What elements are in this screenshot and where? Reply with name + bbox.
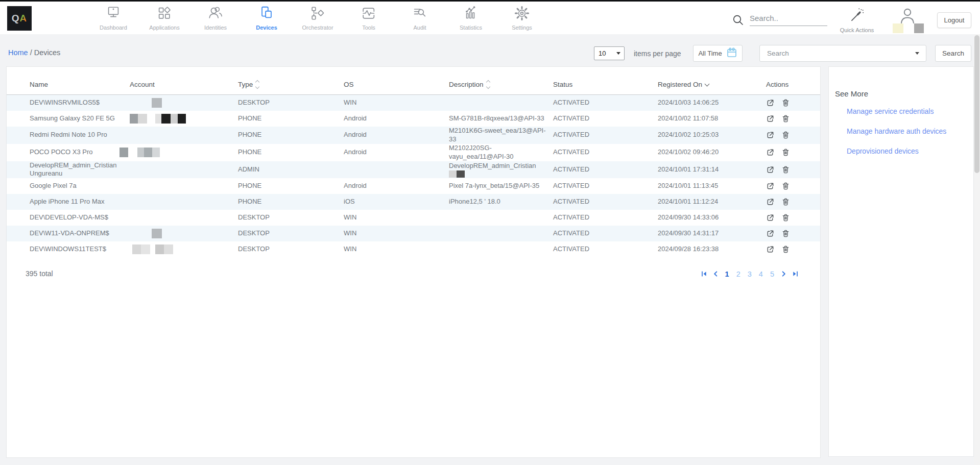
nav-item-settings[interactable]: Settings xyxy=(496,5,547,31)
delete-device-button[interactable] xyxy=(781,198,790,206)
see-more-link-manage-hardware-auth-devices[interactable]: Manage hardware auth devices xyxy=(847,127,973,135)
search-button[interactable]: Search xyxy=(935,45,971,62)
open-device-button[interactable] xyxy=(766,213,775,222)
nav-item-statistics[interactable]: Statistics xyxy=(445,5,496,31)
actions-cell xyxy=(766,165,820,174)
column-header-label: Description xyxy=(449,81,484,88)
nav-item-identities[interactable]: Identities xyxy=(190,5,241,31)
redacted-block xyxy=(164,244,173,254)
table-row[interactable]: Redmi Redmi Note 10 ProPHONEAndroidM2101… xyxy=(7,127,820,144)
delete-device-button[interactable] xyxy=(781,165,790,174)
open-device-button[interactable] xyxy=(766,182,775,190)
first-page-button[interactable] xyxy=(701,271,707,278)
device-name-cell: POCO POCO X3 Pro xyxy=(30,148,130,157)
time-filter-button[interactable]: All Time xyxy=(693,45,743,62)
open-device-button[interactable] xyxy=(766,245,775,254)
table-row[interactable]: DEV\WINSRVMILOS5$DESKTOPWINACTIVATED2024… xyxy=(7,95,820,111)
description-cell: M2101K6G-sweet_eea/13@API-33 xyxy=(449,127,553,144)
status-cell: ACTIVATED xyxy=(553,148,658,157)
os-cell: Android xyxy=(344,114,449,123)
delete-device-button[interactable] xyxy=(781,131,790,139)
redacted-block xyxy=(457,170,465,178)
scrollbar-thumb[interactable] xyxy=(974,35,979,173)
actions-cell xyxy=(766,182,820,190)
registered-on-cell: 2024/10/02 10:25:03 xyxy=(658,131,766,139)
table-row[interactable]: DEV\DEVELOP-VDA-MS$DESKTOPWINACTIVATED20… xyxy=(7,210,820,226)
filter-search-dropdown[interactable]: Search xyxy=(759,45,926,62)
registered-on-cell: 2024/10/01 11:12:24 xyxy=(658,198,766,206)
nav-item-dashboard[interactable]: Dashboard xyxy=(88,5,139,31)
redacted-username-block xyxy=(893,23,903,33)
nav-item-label: Applications xyxy=(149,25,179,31)
app-logo[interactable]: QA xyxy=(7,6,32,31)
table-row[interactable]: Samsung Galaxy S20 FE 5GPHONEAndroidSM-G… xyxy=(7,111,820,127)
table-row[interactable]: POCO POCO X3 ProPHONEAndroidM2102J20SG-v… xyxy=(7,144,820,161)
delete-device-button[interactable] xyxy=(781,229,790,238)
table-row[interactable]: Apple iPhone 11 Pro MaxPHONEiOSiPhone12,… xyxy=(7,194,820,210)
os-cell: Android xyxy=(344,148,449,157)
registered-on-cell: 2024/10/02 11:07:58 xyxy=(658,114,766,123)
open-device-button[interactable] xyxy=(766,114,775,123)
delete-device-button[interactable] xyxy=(781,213,790,222)
column-header-type[interactable]: Type xyxy=(238,81,344,94)
nav-item-tools[interactable]: Tools xyxy=(343,5,394,31)
redacted-block xyxy=(449,170,457,178)
quick-actions-button[interactable]: Quick Actions xyxy=(838,6,876,33)
actions-cell xyxy=(766,245,820,254)
open-device-button[interactable] xyxy=(766,99,775,107)
delete-device-button[interactable] xyxy=(781,114,790,123)
table-row[interactable]: DevelopREM_admin_Cristian UngureanuADMIN… xyxy=(7,161,820,179)
logout-button[interactable]: Logout xyxy=(937,12,971,28)
open-device-button[interactable] xyxy=(766,229,775,238)
see-more-link-manage-service-credentials[interactable]: Manage service credentials xyxy=(847,107,973,115)
page-number-5[interactable]: 5 xyxy=(769,270,775,278)
prev-page-button[interactable] xyxy=(712,271,719,278)
column-header-label: Status xyxy=(553,81,572,88)
open-device-button[interactable] xyxy=(766,131,775,139)
redacted-block xyxy=(161,114,171,124)
delete-device-button[interactable] xyxy=(781,245,790,254)
column-header-description[interactable]: Description xyxy=(449,81,553,94)
next-page-button[interactable] xyxy=(780,271,787,278)
column-header-label: Registered On xyxy=(658,81,702,88)
delete-device-button[interactable] xyxy=(781,99,790,107)
status-cell: ACTIVATED xyxy=(553,165,658,174)
open-device-button[interactable] xyxy=(766,148,775,157)
global-search-input[interactable] xyxy=(750,13,827,26)
identities-icon xyxy=(207,5,224,23)
page-number-3[interactable]: 3 xyxy=(747,270,753,278)
breadcrumb-home-link[interactable]: Home xyxy=(8,48,28,57)
devices-table-panel: NameAccountTypeOSDescriptionStatusRegist… xyxy=(6,66,821,458)
page-number-4[interactable]: 4 xyxy=(758,270,764,278)
registered-on-cell: 2024/09/30 14:33:06 xyxy=(658,213,766,222)
table-row[interactable]: Google Pixel 7aPHONEAndroidPixel 7a-lynx… xyxy=(7,178,820,194)
os-cell: Android xyxy=(344,182,449,190)
nav-item-orchestrator[interactable]: Orchestrator xyxy=(292,5,343,31)
see-more-link-deprovisioned-devices[interactable]: Deprovisioned devices xyxy=(847,147,973,155)
nav-item-audit[interactable]: Audit xyxy=(394,5,445,31)
page-number-2[interactable]: 2 xyxy=(735,270,742,278)
open-device-button[interactable] xyxy=(766,165,775,174)
page-number-1[interactable]: 1 xyxy=(724,270,730,278)
redacted-block xyxy=(132,244,141,254)
open-device-button[interactable] xyxy=(766,198,775,206)
registered-on-cell: 2024/10/03 14:06:25 xyxy=(658,99,766,107)
nav-item-devices[interactable]: Devices xyxy=(241,5,292,31)
logo-letter-a: A xyxy=(20,13,28,24)
status-cell: ACTIVATED xyxy=(553,245,658,254)
account-cell xyxy=(130,98,238,108)
last-page-button[interactable] xyxy=(792,271,799,278)
column-header-actions: Actions xyxy=(766,81,820,94)
column-header-label: Account xyxy=(130,81,155,88)
delete-device-button[interactable] xyxy=(781,148,790,157)
account-cell xyxy=(130,244,238,254)
redacted-block xyxy=(152,229,162,238)
items-per-page-select[interactable]: 10 xyxy=(594,46,625,60)
page-scrollbar[interactable] xyxy=(974,34,980,465)
table-row[interactable]: DEV\WINDOWS11TEST$DESKTOPWINACTIVATED202… xyxy=(7,241,820,257)
table-row[interactable]: DEV\W11-VDA-ONPREM$DESKTOPWINACTIVATED20… xyxy=(7,226,820,241)
delete-device-button[interactable] xyxy=(781,182,790,190)
column-header-registered-on[interactable]: Registered On xyxy=(658,81,766,94)
nav-item-applications[interactable]: Applications xyxy=(139,5,190,31)
device-name-cell: DEV\WINSRVMILOS5$ xyxy=(30,99,130,107)
